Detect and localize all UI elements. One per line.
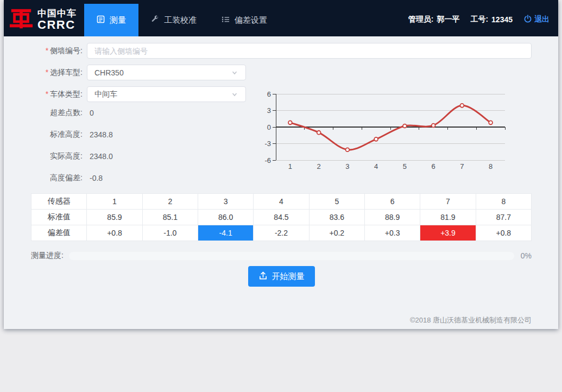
deviation-row-label: 偏差值 (31, 225, 87, 241)
table-row-sensors: 传感器 1 2 3 4 5 6 7 8 (31, 194, 532, 210)
train-model-label: *选择车型: (31, 68, 83, 78)
height-deviation-value: -0.8 (90, 174, 103, 182)
upload-icon (258, 271, 268, 282)
actual-height-value: 2348.0 (90, 152, 113, 161)
brand-name-cn: 中国中车 (37, 9, 77, 18)
deviation-cell: +0.8 (87, 225, 142, 241)
svg-text:5: 5 (403, 162, 407, 170)
svg-text:-6: -6 (264, 156, 271, 165)
content-area: *侧墙编号: *选择车型: CHR350 *车体类型: 中间车 (4, 36, 558, 329)
admin-name: 郭一平 (437, 15, 459, 24)
train-model-select[interactable]: CHR350 (87, 65, 246, 80)
standard-row-label: 标准值 (31, 210, 87, 225)
sensor-col: 7 (420, 194, 476, 210)
table-row-standard: 标准值 85.9 85.1 86.0 84.5 83.6 88.9 81.9 8… (31, 210, 532, 225)
body-type-select[interactable]: 中间车 (87, 86, 246, 102)
tab-deviation-settings[interactable]: 偏差设置 (209, 4, 280, 36)
logout-label: 退出 (534, 15, 550, 24)
brand-name-en: CRRC (37, 18, 77, 31)
svg-text:3: 3 (267, 106, 271, 115)
brand-text: 中国中车 CRRC (37, 9, 77, 31)
progress-percent: 0% (514, 251, 532, 260)
train-model-row: *选择车型: CHR350 (31, 65, 532, 80)
svg-text:4: 4 (374, 162, 378, 170)
tab-measure-label: 测量 (110, 15, 126, 26)
actual-height-label: 实际高度: (31, 151, 83, 161)
logout-button[interactable]: 退出 (523, 15, 550, 25)
progress-label: 测量进度: (31, 251, 64, 261)
svg-text:6: 6 (432, 162, 435, 170)
svg-text:-3: -3 (264, 140, 271, 148)
sensor-col: 2 (142, 194, 198, 210)
crrc-emblem-icon (9, 7, 34, 34)
standard-cell: 88.9 (364, 210, 420, 225)
svg-text:7: 7 (460, 162, 464, 170)
copyright-text: ©2018 唐山沃德基业机械制造有限公司 (410, 315, 532, 325)
sensor-header-cell: 传感器 (31, 194, 87, 210)
over-tolerance-count-label: 超差点数: (31, 108, 83, 118)
svg-text:6: 6 (267, 90, 271, 98)
sensor-col: 1 (87, 194, 142, 210)
svg-text:0: 0 (267, 123, 271, 131)
wall-number-row: *侧墙编号: (31, 43, 532, 59)
worker-id-label: 工号: (470, 15, 488, 24)
chevron-down-icon (231, 69, 238, 77)
deviation-line-chart: 630-3-612345678 (261, 87, 513, 177)
required-mark: * (46, 46, 48, 55)
standard-cell: 83.6 (309, 210, 364, 225)
tab-tooling-calibration[interactable]: 工装校准 (138, 4, 209, 36)
standard-cell: 84.5 (254, 210, 309, 225)
svg-text:1: 1 (288, 162, 292, 170)
wall-number-input[interactable] (87, 43, 532, 59)
wrench-icon (151, 15, 159, 25)
sensor-col: 6 (364, 194, 420, 210)
deviation-cell: +0.3 (364, 225, 420, 241)
body-type-value: 中间车 (94, 90, 117, 99)
wall-number-label: *侧墙编号: (31, 46, 83, 56)
body-type-label: *车体类型: (31, 90, 83, 99)
deviation-cell: -1.0 (142, 225, 198, 241)
table-row-deviation: 偏差值 +0.8 -1.0 -4.1 -2.2 +0.2 +0.3 +3.9 +… (31, 225, 532, 241)
tab-tooling-label: 工装校准 (164, 15, 197, 26)
document-icon (97, 15, 105, 25)
svg-text:3: 3 (345, 162, 349, 170)
required-mark: * (46, 68, 48, 77)
deviation-cell: +0.8 (476, 225, 531, 241)
deviation-cell: +3.9 (420, 225, 476, 241)
start-measurement-button[interactable]: 开始测量 (248, 266, 315, 287)
app-window: 中国中车 CRRC 测量 (4, 0, 558, 329)
list-icon (222, 15, 230, 25)
deviation-cell: -2.2 (254, 225, 309, 241)
progress-bar (69, 252, 514, 260)
top-bar: 中国中车 CRRC 测量 (4, 0, 558, 36)
crrc-logo: 中国中车 CRRC (4, 0, 84, 36)
admin-role-label: 管理员: (408, 15, 434, 24)
worker-id-value: 12345 (491, 15, 513, 24)
svg-text:8: 8 (489, 162, 492, 170)
required-mark: * (46, 90, 48, 98)
tab-measure[interactable]: 测量 (84, 4, 138, 36)
action-row: 开始测量 (31, 266, 532, 287)
height-deviation-label: 高度偏差: (31, 173, 83, 183)
standard-cell: 87.7 (476, 210, 531, 225)
svg-text:2: 2 (317, 162, 321, 170)
sensor-col: 5 (309, 194, 364, 210)
tab-deviation-label: 偏差设置 (235, 15, 267, 26)
sensor-col: 8 (476, 194, 531, 210)
standard-cell: 85.1 (142, 210, 198, 225)
sensor-table: 传感器 1 2 3 4 5 6 7 8 标准值 85.9 85.1 86.0 8… (31, 193, 532, 241)
sensor-col: 4 (254, 194, 309, 210)
standard-height-value: 2348.8 (90, 130, 113, 139)
deviation-cell: +0.2 (309, 225, 364, 241)
deviation-cell: -4.1 (198, 225, 253, 241)
chevron-down-icon (231, 91, 238, 98)
standard-cell: 85.9 (87, 210, 142, 225)
standard-cell: 86.0 (198, 210, 253, 225)
start-measurement-label: 开始测量 (272, 271, 305, 282)
main-nav: 测量 工装校准 (84, 4, 280, 36)
user-area: 管理员: 郭一平 工号: 12345 退出 (408, 3, 558, 36)
sensor-col: 3 (198, 194, 253, 210)
measurement-progress-row: 测量进度: 0% (31, 250, 532, 261)
standard-cell: 81.9 (420, 210, 476, 225)
power-icon (523, 15, 532, 25)
